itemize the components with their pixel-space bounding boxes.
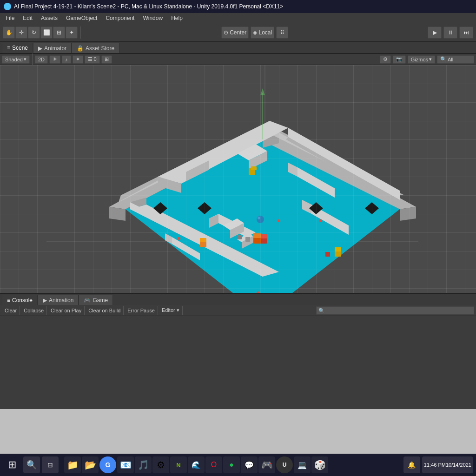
step-button[interactable]: ⏭ — [459, 26, 473, 39]
start-button[interactable]: ⊞ — [3, 456, 21, 473]
lighting-btn[interactable]: ☀ — [49, 55, 60, 64]
menu-bar: File Edit Assets GameObject Component Wi… — [0, 13, 476, 23]
taskbar-right: 🔔 11:46 PM 10/14/2021 — [403, 456, 473, 473]
error-pause-button[interactable]: Error Pause — [125, 306, 158, 315]
search-taskbar-btn[interactable]: 🔍 — [23, 456, 40, 473]
game-tab-icon: 🎮 — [84, 297, 91, 304]
gizmos-arrow: ▾ — [429, 56, 432, 62]
camera-btn[interactable]: 📷 — [393, 55, 406, 64]
menu-assets[interactable]: Assets — [37, 14, 61, 22]
snap-btn[interactable]: ⠿ — [276, 26, 288, 39]
pivot-center-btn[interactable]: ⊙ Center — [221, 26, 249, 39]
menu-gameobject[interactable]: GameObject — [62, 14, 101, 22]
taskbar-app-music[interactable]: 🎵 — [135, 456, 152, 473]
taskbar-app-nvidia[interactable]: N — [170, 456, 187, 473]
taskbar-app-mail[interactable]: 📧 — [117, 456, 134, 473]
gizmos-dropdown[interactable]: Gizmos ▾ — [408, 55, 435, 64]
taskbar-app-edge[interactable]: 🌊 — [188, 456, 205, 473]
menu-help[interactable]: Help — [167, 14, 186, 22]
scene-tab-label: Scene — [12, 45, 28, 51]
search-all-label: All — [448, 57, 453, 62]
tab-console[interactable]: ≡ Console — [2, 295, 38, 305]
play-button[interactable]: ▶ — [428, 26, 442, 39]
console-toolbar: Clear Collapse Clear on Play Clear on Bu… — [0, 305, 476, 316]
menu-component[interactable]: Component — [102, 14, 138, 22]
console-tabs: ≡ Console ▶ Animation 🎮 Game — [0, 293, 476, 305]
scene-viewport[interactable] — [0, 65, 476, 293]
layer-btn[interactable]: ☰ 0 — [85, 55, 100, 64]
scene-right-tools: ⚙ 📷 Gizmos ▾ 🔍 All — [380, 55, 474, 64]
separator1 — [80, 26, 81, 39]
taskbar-app-explorer[interactable]: 📂 — [82, 456, 99, 473]
search-scene-area[interactable]: 🔍 All — [437, 55, 474, 64]
taskbar-apps: 📁 📂 G 📧 🎵 ⚙ N 🌊 O ● 💬 🎮 U 💻 🎲 — [64, 456, 328, 473]
center-controls: ⊙ Center ◈ Local ⠿ — [84, 26, 426, 39]
audio-btn[interactable]: ♪ — [62, 55, 71, 64]
taskbar-app-steam[interactable]: 🎮 — [258, 456, 275, 473]
animator-tab-label: Animator — [44, 45, 66, 52]
tab-animator[interactable]: ▶ Animator — [33, 43, 72, 53]
unity-icon — [4, 3, 11, 10]
taskbar-time: 11:46 PM 10/14/2021 — [422, 456, 473, 473]
pause-button[interactable]: ⏸ — [443, 26, 457, 39]
window-title: AI Final Project 4-19-21 - Kilam's Scene… — [14, 3, 283, 10]
hand-tool[interactable]: ✋ — [3, 26, 15, 39]
play-controls: ▶ ⏸ ⏭ — [428, 26, 473, 39]
taskbar-notification[interactable]: 🔔 — [403, 456, 420, 473]
tab-game[interactable]: 🎮 Game — [79, 295, 113, 305]
taskbar-app-vs[interactable]: 💻 — [294, 456, 311, 473]
clear-on-build-button[interactable]: Clear on Build — [86, 306, 124, 315]
asset-store-tab-icon: 🔒 — [77, 45, 84, 52]
search-all-icon: 🔍 — [440, 56, 447, 62]
rect-tool[interactable]: ⊞ — [53, 26, 65, 39]
transform-tools: ✋ ✛ ↻ ⬜ ⊞ ✦ — [3, 26, 78, 39]
tab-scene[interactable]: ≡ Scene — [2, 43, 33, 53]
console-tab-label: Console — [12, 297, 33, 304]
shading-label: Shaded — [5, 57, 23, 62]
transform-tool[interactable]: ✦ — [66, 26, 78, 39]
taskbar-app-unity[interactable]: U — [276, 456, 293, 473]
collapse-button[interactable]: Collapse — [21, 306, 47, 315]
menu-edit[interactable]: Edit — [19, 14, 36, 22]
console-search-input[interactable] — [316, 306, 474, 315]
grid-background — [0, 65, 476, 293]
console-content — [0, 316, 476, 409]
taskbar-app-spotify[interactable]: ● — [223, 456, 240, 473]
fx-btn[interactable]: ✦ — [73, 55, 83, 64]
task-view-btn[interactable]: ⊟ — [42, 456, 59, 473]
shading-dropdown[interactable]: Shaded ▾ — [2, 55, 30, 64]
move-tool[interactable]: ✛ — [15, 26, 27, 39]
clear-on-play-button[interactable]: Clear on Play — [48, 306, 85, 315]
taskbar-app-settings[interactable]: ⚙ — [152, 456, 169, 473]
gizmos-settings[interactable]: ⚙ — [380, 55, 391, 64]
console-tab-icon: ≡ — [7, 297, 10, 304]
scene-tabs: ≡ Scene ▶ Animator 🔒 Asset Store — [0, 42, 476, 54]
editor-dropdown-button[interactable]: Editor ▾ — [159, 306, 183, 315]
taskbar-app-chrome[interactable]: G — [99, 456, 116, 473]
taskbar-app-discord[interactable]: 💬 — [241, 456, 258, 473]
scene-sep1 — [32, 53, 33, 66]
gizmos-label: Gizmos — [411, 57, 428, 62]
tab-animation[interactable]: ▶ Animation — [38, 295, 79, 305]
shading-arrow: ▾ — [24, 56, 26, 62]
grid-btn[interactable]: ⊞ — [101, 55, 112, 64]
toolbar: ✋ ✛ ↻ ⬜ ⊞ ✦ ⊙ Center ◈ Local ⠿ ▶ ⏸ ⏭ — [0, 23, 476, 42]
menu-file[interactable]: File — [2, 14, 18, 22]
taskbar: ⊞ 🔍 ⊟ 📁 📂 G 📧 🎵 ⚙ N 🌊 O ● 💬 🎮 U 💻 🎲 🔔 11… — [0, 454, 476, 476]
pivot-local-btn[interactable]: ◈ Local — [251, 26, 274, 39]
animator-tab-icon: ▶ — [38, 45, 42, 52]
animation-tab-icon: ▶ — [43, 297, 47, 304]
clear-button[interactable]: Clear — [2, 306, 20, 315]
taskbar-app-opera[interactable]: O — [205, 456, 222, 473]
scale-tool[interactable]: ⬜ — [40, 26, 53, 39]
taskbar-app-files[interactable]: 📁 — [64, 456, 81, 473]
taskbar-app-game[interactable]: 🎲 — [311, 456, 328, 473]
scene-tab-icon: ≡ — [7, 45, 10, 51]
tab-asset-store[interactable]: 🔒 Asset Store — [72, 43, 119, 53]
title-bar: AI Final Project 4-19-21 - Kilam's Scene… — [0, 0, 476, 13]
menu-window[interactable]: Window — [139, 14, 166, 22]
2d-button[interactable]: 2D — [35, 55, 48, 64]
rotate-tool[interactable]: ↻ — [28, 26, 40, 39]
animation-tab-label: Animation — [49, 297, 73, 304]
game-tab-label: Game — [93, 297, 108, 304]
